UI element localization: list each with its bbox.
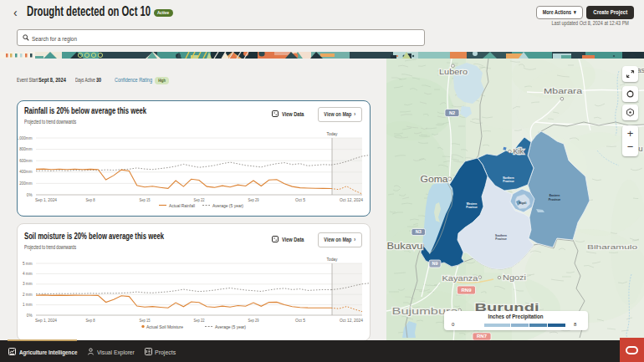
svg-text:N3: N3 (416, 229, 422, 234)
svg-text:Sep 22: Sep 22 (194, 198, 205, 202)
svg-text:200mm: 200mm (19, 181, 32, 186)
svg-text:Kigali: Kigali (519, 201, 527, 205)
svg-text:Mbarara: Mbarara (544, 87, 582, 95)
svg-text:Sep 1, 2024: Sep 1, 2024 (35, 198, 57, 202)
svg-text:N2: N2 (449, 110, 455, 115)
svg-text:1,000mm: 1,000mm (18, 136, 33, 140)
svg-text:800mm: 800mm (19, 147, 32, 151)
svg-text:Average (5 year): Average (5 year) (215, 324, 246, 329)
svg-text:Oct 12, 2024: Oct 12, 2024 (340, 198, 363, 202)
svg-text:RN9: RN9 (461, 288, 472, 293)
svg-text:0%: 0% (27, 193, 33, 197)
svg-text:Province: Province (503, 180, 514, 183)
svg-text:Ngozi: Ngozi (503, 273, 526, 282)
svg-text:1 mm: 1 mm (23, 303, 33, 307)
svg-text:Province: Province (466, 206, 478, 209)
svg-text:Province: Province (549, 198, 560, 201)
svg-text:Sep 15: Sep 15 (140, 319, 151, 323)
svg-text:Sep 8: Sep 8 (86, 319, 95, 323)
svg-text:4 mm: 4 mm (23, 272, 33, 276)
svg-text:Actual Rainfall: Actual Rainfall (169, 203, 195, 208)
svg-text:Sep 1, 2024: Sep 1, 2024 (35, 319, 57, 323)
svg-text:Oct 5: Oct 5 (295, 198, 305, 202)
svg-text:Kik: Kik (514, 147, 524, 156)
svg-text:Eastern: Eastern (549, 194, 560, 197)
svg-text:5 mm: 5 mm (23, 262, 33, 266)
svg-text:Lubero: Lubero (439, 68, 468, 76)
svg-text:3 mm: 3 mm (23, 282, 33, 286)
svg-text:Actual Soil Moisture: Actual Soil Moisture (146, 324, 183, 329)
svg-text:Sep 29: Sep 29 (248, 319, 259, 323)
svg-text:Average (5 year): Average (5 year) (212, 203, 243, 208)
svg-text:Today: Today (327, 257, 338, 262)
svg-text:Kayanza: Kayanza (442, 274, 478, 283)
svg-text:N9: N9 (432, 261, 437, 266)
svg-text:Biharamulo: Biharamulo (587, 243, 638, 251)
svg-text:2 mm: 2 mm (23, 293, 33, 297)
svg-text:Sep 8: Sep 8 (86, 198, 95, 202)
svg-text:Oct 5: Oct 5 (295, 319, 305, 323)
svg-text:600mm: 600mm (19, 159, 32, 163)
svg-text:Sep 15: Sep 15 (140, 198, 151, 202)
svg-text:Today: Today (327, 132, 338, 136)
svg-text:Oct 12, 2024: Oct 12, 2024 (340, 319, 363, 323)
svg-text:Sep 29: Sep 29 (248, 198, 259, 202)
svg-text:Province: Province (495, 237, 507, 241)
svg-text:Bukavu: Bukavu (387, 241, 423, 251)
svg-text:Goma: Goma (421, 174, 449, 184)
svg-text:Sep 22: Sep 22 (194, 319, 205, 323)
svg-text:400mm: 400mm (19, 170, 32, 174)
svg-text:RN7: RN7 (477, 334, 488, 339)
svg-text:0%: 0% (27, 314, 33, 318)
